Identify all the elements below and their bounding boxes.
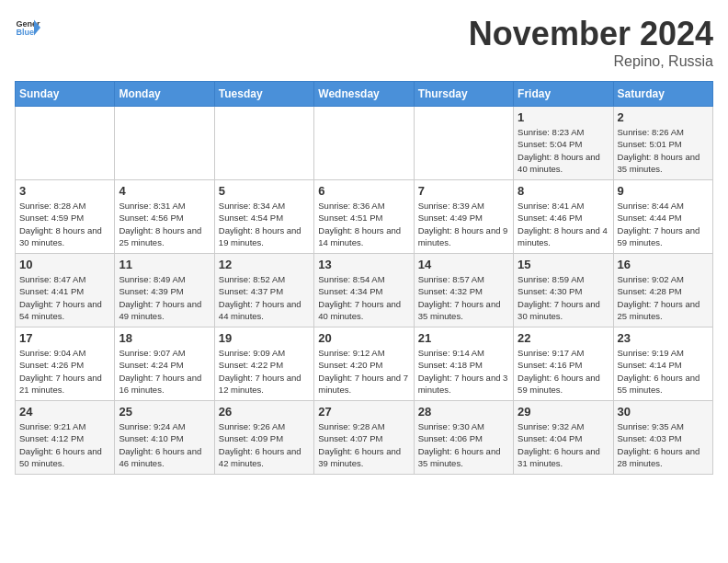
calendar-cell: 14Sunrise: 8:57 AM Sunset: 4:32 PM Dayli… (414, 254, 513, 327)
day-info: Sunrise: 9:07 AM Sunset: 4:24 PM Dayligh… (119, 347, 210, 396)
calendar-cell: 4Sunrise: 8:31 AM Sunset: 4:56 PM Daylig… (115, 180, 214, 254)
calendar-cell: 2Sunrise: 8:26 AM Sunset: 5:01 PM Daylig… (613, 107, 712, 180)
day-info: Sunrise: 9:26 AM Sunset: 4:09 PM Dayligh… (219, 420, 310, 469)
weekday-header: Friday (514, 82, 613, 107)
day-number: 12 (219, 258, 310, 271)
day-info: Sunrise: 8:52 AM Sunset: 4:37 PM Dayligh… (219, 273, 310, 322)
day-info: Sunrise: 9:35 AM Sunset: 4:03 PM Dayligh… (618, 420, 709, 469)
month-title: November 2024 (469, 15, 713, 53)
calendar-cell: 13Sunrise: 8:54 AM Sunset: 4:34 PM Dayli… (314, 254, 414, 327)
day-info: Sunrise: 9:32 AM Sunset: 4:04 PM Dayligh… (518, 420, 609, 469)
day-number: 22 (518, 331, 609, 345)
calendar-cell: 22Sunrise: 9:17 AM Sunset: 4:16 PM Dayli… (514, 327, 613, 401)
weekday-header: Monday (115, 82, 214, 107)
day-info: Sunrise: 8:49 AM Sunset: 4:39 PM Dayligh… (119, 273, 210, 322)
day-number: 7 (418, 184, 509, 198)
day-number: 2 (618, 110, 709, 124)
day-number: 17 (19, 331, 110, 345)
title-block: November 2024 Repino, Russia (469, 15, 713, 70)
day-info: Sunrise: 9:12 AM Sunset: 4:20 PM Dayligh… (318, 347, 409, 396)
day-info: Sunrise: 8:47 AM Sunset: 4:41 PM Dayligh… (19, 273, 110, 322)
calendar-cell: 19Sunrise: 9:09 AM Sunset: 4:22 PM Dayli… (214, 327, 313, 401)
calendar-cell: 28Sunrise: 9:30 AM Sunset: 4:06 PM Dayli… (414, 401, 513, 475)
calendar-cell (314, 107, 414, 180)
day-number: 23 (618, 331, 709, 345)
logo: General Blue (15, 15, 40, 40)
weekday-header: Tuesday (214, 82, 313, 107)
weekday-header: Saturday (613, 82, 712, 107)
calendar-cell: 30Sunrise: 9:35 AM Sunset: 4:03 PM Dayli… (613, 401, 712, 475)
day-info: Sunrise: 8:34 AM Sunset: 4:54 PM Dayligh… (219, 200, 310, 248)
day-info: Sunrise: 9:04 AM Sunset: 4:26 PM Dayligh… (19, 347, 110, 396)
day-info: Sunrise: 8:36 AM Sunset: 4:51 PM Dayligh… (318, 200, 409, 248)
day-number: 14 (418, 258, 509, 271)
day-info: Sunrise: 8:26 AM Sunset: 5:01 PM Dayligh… (618, 126, 709, 175)
calendar-week-row: 24Sunrise: 9:21 AM Sunset: 4:12 PM Dayli… (16, 401, 713, 475)
calendar-cell (214, 107, 313, 180)
day-info: Sunrise: 9:24 AM Sunset: 4:10 PM Dayligh… (119, 420, 210, 469)
day-info: Sunrise: 8:28 AM Sunset: 4:59 PM Dayligh… (19, 200, 110, 248)
day-number: 5 (219, 184, 310, 198)
day-info: Sunrise: 9:30 AM Sunset: 4:06 PM Dayligh… (418, 420, 509, 469)
day-info: Sunrise: 9:21 AM Sunset: 4:12 PM Dayligh… (19, 420, 110, 469)
day-number: 21 (418, 331, 509, 345)
day-number: 4 (119, 184, 210, 198)
day-info: Sunrise: 8:41 AM Sunset: 4:46 PM Dayligh… (518, 200, 609, 248)
day-number: 6 (318, 184, 409, 198)
day-number: 20 (318, 331, 409, 345)
calendar-cell (115, 107, 214, 180)
calendar-cell: 20Sunrise: 9:12 AM Sunset: 4:20 PM Dayli… (314, 327, 414, 401)
weekday-header: Sunday (16, 82, 115, 107)
day-number: 1 (518, 110, 609, 124)
calendar-cell: 9Sunrise: 8:44 AM Sunset: 4:44 PM Daylig… (613, 180, 712, 254)
day-number: 28 (418, 405, 509, 419)
calendar-cell: 6Sunrise: 8:36 AM Sunset: 4:51 PM Daylig… (314, 180, 414, 254)
day-info: Sunrise: 9:28 AM Sunset: 4:07 PM Dayligh… (318, 420, 409, 469)
logo-icon: General Blue (15, 15, 40, 40)
day-number: 8 (518, 184, 609, 198)
weekday-header: Wednesday (314, 82, 414, 107)
calendar-cell: 27Sunrise: 9:28 AM Sunset: 4:07 PM Dayli… (314, 401, 414, 475)
location: Repino, Russia (469, 53, 713, 70)
day-number: 27 (318, 405, 409, 419)
calendar-cell: 23Sunrise: 9:19 AM Sunset: 4:14 PM Dayli… (613, 327, 712, 401)
calendar-cell: 7Sunrise: 8:39 AM Sunset: 4:49 PM Daylig… (414, 180, 513, 254)
calendar-week-row: 17Sunrise: 9:04 AM Sunset: 4:26 PM Dayli… (16, 327, 713, 401)
calendar-cell: 16Sunrise: 9:02 AM Sunset: 4:28 PM Dayli… (613, 254, 712, 327)
day-info: Sunrise: 8:44 AM Sunset: 4:44 PM Dayligh… (618, 200, 709, 248)
day-info: Sunrise: 9:17 AM Sunset: 4:16 PM Dayligh… (518, 347, 609, 396)
svg-text:Blue: Blue (16, 28, 34, 37)
day-number: 18 (119, 331, 210, 345)
calendar-cell: 17Sunrise: 9:04 AM Sunset: 4:26 PM Dayli… (16, 327, 115, 401)
day-number: 29 (518, 405, 609, 419)
day-info: Sunrise: 9:19 AM Sunset: 4:14 PM Dayligh… (618, 347, 709, 396)
calendar-week-row: 1Sunrise: 8:23 AM Sunset: 5:04 PM Daylig… (16, 107, 713, 180)
calendar-cell: 29Sunrise: 9:32 AM Sunset: 4:04 PM Dayli… (514, 401, 613, 475)
calendar-cell: 15Sunrise: 8:59 AM Sunset: 4:30 PM Dayli… (514, 254, 613, 327)
day-info: Sunrise: 8:57 AM Sunset: 4:32 PM Dayligh… (418, 273, 509, 322)
weekday-header-row: SundayMondayTuesdayWednesdayThursdayFrid… (16, 82, 713, 107)
calendar-cell: 24Sunrise: 9:21 AM Sunset: 4:12 PM Dayli… (16, 401, 115, 475)
day-number: 10 (19, 258, 110, 271)
calendar-cell: 5Sunrise: 8:34 AM Sunset: 4:54 PM Daylig… (214, 180, 313, 254)
day-info: Sunrise: 8:59 AM Sunset: 4:30 PM Dayligh… (518, 273, 609, 322)
day-info: Sunrise: 9:14 AM Sunset: 4:18 PM Dayligh… (418, 347, 509, 396)
day-number: 9 (618, 184, 709, 198)
day-info: Sunrise: 8:23 AM Sunset: 5:04 PM Dayligh… (518, 126, 609, 175)
calendar-cell: 26Sunrise: 9:26 AM Sunset: 4:09 PM Dayli… (214, 401, 313, 475)
calendar-cell: 1Sunrise: 8:23 AM Sunset: 5:04 PM Daylig… (514, 107, 613, 180)
day-info: Sunrise: 9:02 AM Sunset: 4:28 PM Dayligh… (618, 273, 709, 322)
day-number: 19 (219, 331, 310, 345)
calendar-cell: 18Sunrise: 9:07 AM Sunset: 4:24 PM Dayli… (115, 327, 214, 401)
day-number: 3 (19, 184, 110, 198)
calendar-cell: 11Sunrise: 8:49 AM Sunset: 4:39 PM Dayli… (115, 254, 214, 327)
day-info: Sunrise: 8:31 AM Sunset: 4:56 PM Dayligh… (119, 200, 210, 248)
day-info: Sunrise: 9:09 AM Sunset: 4:22 PM Dayligh… (219, 347, 310, 396)
day-number: 30 (618, 405, 709, 419)
calendar-cell (16, 107, 115, 180)
calendar-cell: 25Sunrise: 9:24 AM Sunset: 4:10 PM Dayli… (115, 401, 214, 475)
calendar-cell: 21Sunrise: 9:14 AM Sunset: 4:18 PM Dayli… (414, 327, 513, 401)
calendar-table: SundayMondayTuesdayWednesdayThursdayFrid… (15, 81, 713, 475)
page-header: General Blue November 2024 Repino, Russi… (15, 15, 713, 70)
day-number: 13 (318, 258, 409, 271)
